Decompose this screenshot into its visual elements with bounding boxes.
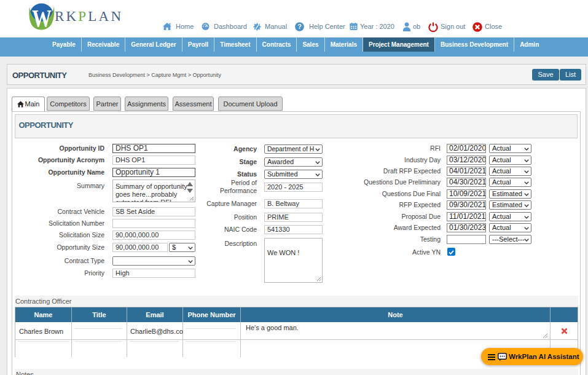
svg-text:?: ? <box>297 23 302 30</box>
svg-text:W: W <box>32 5 52 31</box>
